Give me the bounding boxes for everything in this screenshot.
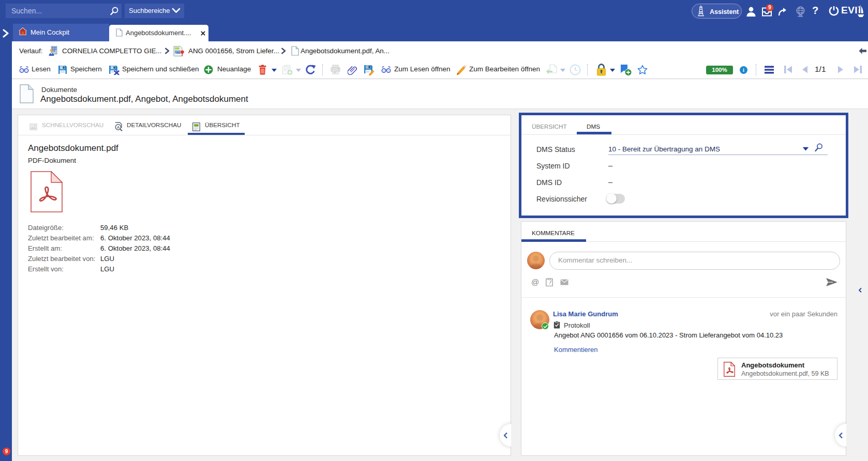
svg-text:A: A <box>117 125 120 130</box>
